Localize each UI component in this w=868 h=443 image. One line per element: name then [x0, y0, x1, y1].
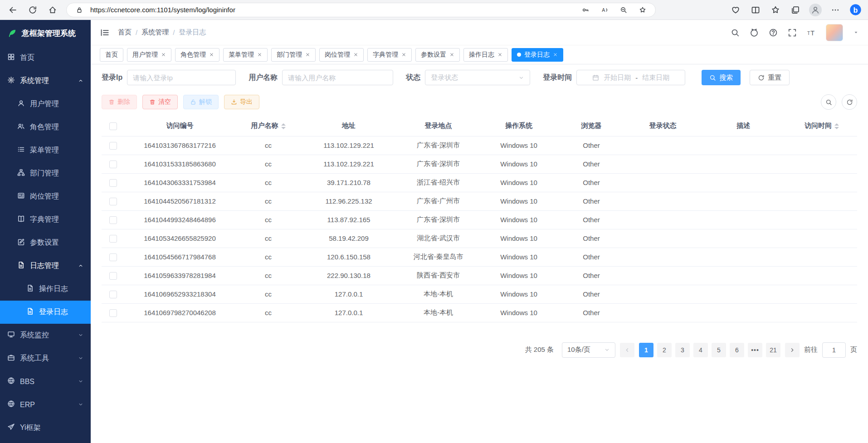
refresh-table-button[interactable] — [842, 94, 857, 110]
username-input[interactable] — [288, 74, 387, 82]
sidebar-item-user-management[interactable]: 用户管理 — [0, 92, 91, 116]
sidebar-item-erp[interactable]: ERP — [0, 393, 91, 416]
sidebar-item-dict-management[interactable]: 字典管理 — [0, 208, 91, 231]
tab-close-icon[interactable] — [553, 51, 558, 58]
table-row[interactable]: 1641054566717984768cc120.6.150.158河北省-秦皇… — [102, 248, 857, 266]
next-page-button[interactable] — [785, 343, 800, 357]
browser-back-button[interactable] — [6, 4, 19, 16]
browser-essentials-icon[interactable] — [729, 4, 742, 16]
avatar-caret-down-icon[interactable] — [853, 29, 859, 35]
unlock-button[interactable]: 解锁 — [183, 95, 219, 109]
tab[interactable]: 角色管理 — [175, 48, 219, 62]
sidebar-item-bbs[interactable]: BBS — [0, 370, 91, 393]
page-button[interactable]: 5 — [712, 343, 726, 357]
breadcrumb-item[interactable]: 系统管理 — [141, 28, 169, 37]
tab[interactable]: 菜单管理 — [223, 48, 268, 62]
status-select[interactable]: 登录状态 — [425, 70, 530, 85]
row-checkbox[interactable] — [109, 309, 117, 317]
collections-icon[interactable] — [789, 4, 802, 16]
tab[interactable]: 首页 — [100, 48, 123, 62]
row-checkbox[interactable] — [109, 216, 117, 224]
user-avatar[interactable] — [826, 24, 843, 41]
tab[interactable]: 部门管理 — [271, 48, 316, 62]
row-checkbox[interactable] — [109, 253, 117, 261]
column-header[interactable]: 访问时间 — [786, 116, 857, 136]
font-size-icon[interactable]: TT — [807, 28, 816, 37]
tab-close-icon[interactable] — [257, 51, 262, 58]
tab-close-icon[interactable] — [209, 51, 214, 58]
table-row[interactable]: 1641053426655825920cc58.19.42.209湖北省-武汉市… — [102, 229, 857, 248]
tab-close-icon[interactable] — [305, 51, 310, 58]
row-checkbox[interactable] — [109, 142, 117, 150]
tab[interactable]: 岗位管理 — [319, 48, 364, 62]
row-checkbox[interactable] — [109, 272, 117, 280]
sidebar-item-login-log[interactable]: 登录日志 — [0, 301, 91, 324]
tab[interactable]: 登录日志 — [512, 48, 563, 62]
tab[interactable]: 字典管理 — [367, 48, 412, 62]
table-row[interactable]: 1641059633978281984cc222.90.130.18陕西省-西安… — [102, 266, 857, 285]
table-row[interactable]: 1641044520567181312cc112.96.225.132广东省-广… — [102, 192, 857, 210]
browser-home-button[interactable] — [46, 4, 59, 16]
tab[interactable]: 操作日志 — [463, 48, 508, 62]
row-checkbox[interactable] — [109, 198, 117, 205]
row-checkbox[interactable] — [109, 179, 117, 187]
add-favorite-star-icon[interactable] — [636, 4, 649, 16]
sort-caret-icon[interactable] — [834, 123, 839, 129]
site-info-lock-icon[interactable] — [73, 4, 86, 16]
pagination-ellipsis[interactable]: ••• — [748, 343, 762, 357]
zoom-out-icon[interactable] — [617, 4, 630, 16]
sidebar-item-post-management[interactable]: 岗位管理 — [0, 185, 91, 208]
row-checkbox[interactable] — [109, 161, 117, 168]
login-ip-input[interactable] — [133, 74, 230, 82]
favorites-bar-icon[interactable] — [769, 4, 782, 16]
tab-close-icon[interactable] — [401, 51, 406, 58]
tab[interactable]: 参数设置 — [415, 48, 460, 62]
prev-page-button[interactable] — [620, 343, 634, 357]
column-header[interactable]: 用户名称 — [235, 116, 301, 136]
page-button[interactable]: 1 — [639, 343, 653, 357]
tab-close-icon[interactable] — [161, 51, 166, 58]
help-icon[interactable] — [769, 28, 778, 37]
page-button[interactable]: 21 — [766, 343, 780, 357]
sidebar-item-log-management[interactable]: 日志管理 — [0, 254, 91, 277]
goto-page-input[interactable] — [822, 342, 846, 358]
sidebar-toggle-icon[interactable] — [100, 28, 110, 38]
sidebar-item-role-management[interactable]: 角色管理 — [0, 116, 91, 139]
row-checkbox[interactable] — [109, 291, 117, 298]
reset-button[interactable]: 重置 — [750, 70, 790, 85]
sidebar-item-menu-management[interactable]: 菜单管理 — [0, 139, 91, 162]
sidebar-item-home[interactable]: 首页 — [0, 46, 91, 69]
tab-close-icon[interactable] — [353, 51, 358, 58]
header-search-icon[interactable] — [731, 28, 740, 37]
github-icon[interactable] — [750, 28, 759, 37]
sort-caret-icon[interactable] — [281, 123, 286, 129]
table-row[interactable]: 1641031533185863680cc113.102.129.221广东省-… — [102, 155, 857, 173]
page-button[interactable]: 2 — [657, 343, 672, 357]
select-all-checkbox[interactable] — [109, 122, 117, 130]
toggle-search-button[interactable] — [821, 94, 836, 110]
page-button[interactable]: 6 — [730, 343, 744, 357]
sidebar-item-system-management[interactable]: 系统管理 — [0, 69, 91, 92]
delete-button[interactable]: 删除 — [102, 95, 137, 109]
browser-menu-icon[interactable] — [829, 4, 842, 16]
sidebar-item-system-monitor[interactable]: 系统监控 — [0, 324, 91, 347]
browser-profile-avatar[interactable] — [809, 4, 822, 16]
password-key-icon[interactable] — [579, 4, 592, 16]
sidebar-item-system-tools[interactable]: 系统工具 — [0, 347, 91, 370]
page-button[interactable]: 4 — [693, 343, 708, 357]
clear-button[interactable]: 清空 — [142, 95, 178, 109]
fullscreen-icon[interactable] — [788, 28, 797, 37]
breadcrumb-item[interactable]: 首页 — [118, 28, 132, 37]
table-row[interactable]: 1641043063331753984cc39.171.210.78浙江省-绍兴… — [102, 173, 857, 192]
login-time-range-picker[interactable]: 开始日期 - 结束日期 — [576, 70, 685, 85]
tab-close-icon[interactable] — [449, 51, 454, 58]
tab-close-icon[interactable] — [497, 51, 502, 58]
sidebar-item-yi-framework[interactable]: Yi框架 — [0, 416, 91, 439]
export-button[interactable]: 导出 — [224, 95, 259, 109]
bing-icon[interactable]: b — [849, 4, 862, 16]
sidebar-item-param-settings[interactable]: 参数设置 — [0, 231, 91, 254]
table-row[interactable]: 1641044993248464896cc113.87.92.165广东省-深圳… — [102, 210, 857, 229]
page-size-select[interactable]: 10条/页 — [562, 342, 615, 358]
table-row[interactable]: 1641069652933218304cc127.0.0.1本地-本机Windo… — [102, 285, 857, 303]
table-row[interactable]: 1641031367863177216cc113.102.129.221广东省-… — [102, 136, 857, 155]
